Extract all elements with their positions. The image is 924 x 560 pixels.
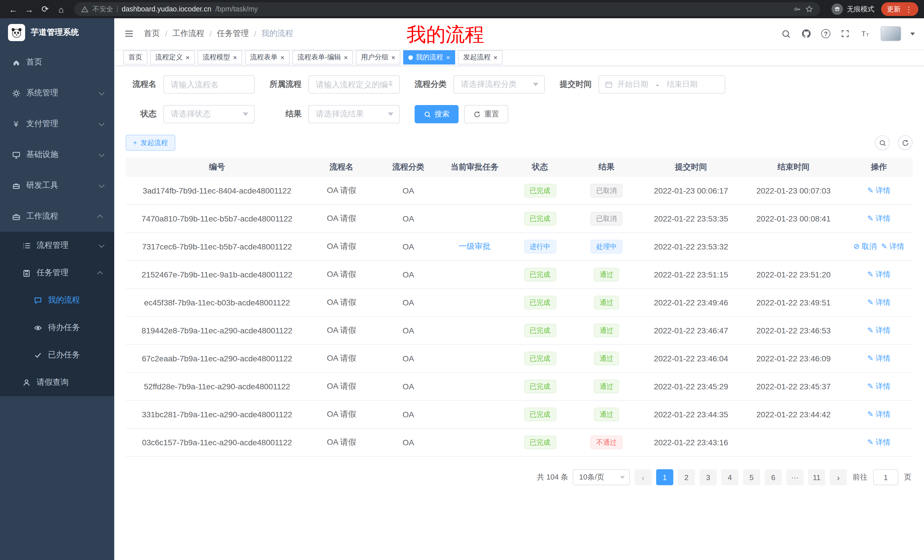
page-size-select[interactable]: 10条/页 (573, 469, 630, 485)
key-icon[interactable] (793, 5, 801, 13)
forward-icon[interactable]: → (22, 2, 36, 16)
sidebar-item-label: 系统管理 (26, 88, 58, 98)
help-icon[interactable]: ? (821, 29, 830, 38)
result-select[interactable]: 请选择流结果 (308, 105, 400, 123)
process-name-input[interactable] (164, 75, 255, 94)
detail-link[interactable]: ✎ 详情 (881, 242, 904, 251)
sidebar-item-label: 已办任务 (48, 350, 80, 360)
clipboard-icon (22, 268, 31, 277)
sidebar-item-done-tasks[interactable]: 已办任务 (0, 341, 114, 369)
cancel-link[interactable]: ⊘ 取消 (854, 242, 877, 251)
detail-link[interactable]: ✎ 详情 (867, 354, 890, 362)
start-process-button[interactable]: + 发起流程 (126, 135, 176, 151)
goto-page-input[interactable] (873, 469, 898, 485)
category-select[interactable]: 请选择流程分类 (453, 75, 545, 94)
cell-end-time: 2022-01-22 23:45:37 (742, 382, 845, 391)
search-icon[interactable] (780, 28, 792, 39)
update-button[interactable]: 更新 ⋮ (881, 2, 918, 16)
url-domain: dashboard.yudao.iocoder.cn (122, 5, 211, 13)
page-button-3[interactable]: 3 (700, 469, 717, 485)
sidebar-item-task-management[interactable]: 任务管理 (0, 259, 114, 287)
briefcase-icon (11, 212, 21, 221)
page-button-6[interactable]: 6 (765, 469, 782, 485)
tab-user-group[interactable]: 用户分组 × (356, 50, 400, 64)
github-icon[interactable] (801, 28, 812, 39)
detail-link[interactable]: ✎ 详情 (867, 438, 890, 446)
tab-start-process[interactable]: 发起流程 × (458, 50, 502, 64)
cell-id: 331bc281-7b9a-11ec-a290-acde48001122 (126, 410, 308, 419)
detail-link[interactable]: ✎ 详情 (867, 214, 890, 223)
page-button-11[interactable]: 11 (808, 469, 825, 485)
close-icon[interactable]: × (186, 54, 190, 61)
tab-my-process[interactable]: 我的流程 × (403, 50, 455, 64)
cell-submit-time: 2022-01-22 23:44:35 (640, 410, 742, 419)
detail-link[interactable]: ✎ 详情 (867, 326, 890, 334)
refresh-icon[interactable] (898, 135, 913, 150)
page-button-1[interactable]: 1 (656, 469, 673, 485)
address-bar[interactable]: 不安全 dashboard.yudao.iocoder.cn/bpm/task/… (74, 2, 820, 16)
page-button-5[interactable]: 5 (743, 469, 760, 485)
incognito-label: 无痕模式 (847, 4, 874, 14)
detail-link[interactable]: ✎ 详情 (867, 186, 890, 195)
close-icon[interactable]: × (344, 54, 348, 61)
close-icon[interactable]: × (280, 54, 284, 61)
font-size-icon[interactable]: TT (860, 28, 872, 39)
sidebar-item-my-process[interactable]: 我的流程 (0, 287, 114, 314)
cell-name: OA 请假 (308, 409, 375, 419)
status-select[interactable]: 请选择状态 (164, 105, 255, 123)
reset-button[interactable]: 重置 (464, 105, 508, 123)
avatar-caret-icon[interactable] (910, 33, 915, 38)
task-link[interactable]: 一级审批 (459, 241, 490, 251)
tab-process-form[interactable]: 流程表单 × (245, 50, 290, 64)
app-logo-row[interactable]: 芋道管理系统 (0, 18, 114, 47)
sidebar-item-infrastructure[interactable]: 基础设施 (0, 139, 114, 170)
tab-process-model[interactable]: 流程模型 × (198, 50, 242, 64)
reload-icon[interactable]: ⟳ (38, 2, 52, 16)
sidebar-item-devtools[interactable]: 研发工具 (0, 170, 114, 201)
cell-end-time: 2022-01-22 23:46:53 (742, 326, 845, 335)
sidebar-item-label: 流程管理 (36, 240, 69, 251)
page-button-4[interactable]: 4 (721, 469, 738, 485)
detail-link[interactable]: ✎ 详情 (867, 270, 890, 279)
process-id-input[interactable] (308, 75, 400, 94)
close-icon[interactable]: × (494, 54, 497, 61)
sidebar-item-home[interactable]: 首页 (0, 47, 114, 78)
close-icon[interactable]: × (446, 54, 450, 61)
sidebar-item-leave-query[interactable]: 请假查询 (0, 369, 114, 396)
start-process-label: 发起流程 (141, 138, 168, 148)
browser-menu-icon[interactable]: ⋮ (905, 5, 913, 13)
tab-home[interactable]: 首页 (123, 50, 147, 64)
cell-name: OA 请假 (308, 381, 375, 392)
tags-view: 首页 流程定义 × 流程模型 × 流程表单 × 流程表单-编辑 × (114, 49, 924, 66)
pagination: 共 104 条 10条/页 ‹ 1 2 3 4 5 6 ··· 11 › 前往 (126, 469, 913, 485)
detail-link[interactable]: ✎ 详情 (867, 410, 890, 418)
back-icon[interactable]: ← (6, 2, 21, 16)
sidebar-item-process-management[interactable]: 流程管理 (0, 232, 114, 259)
sidebar-item-todo-tasks[interactable]: 待办任务 (0, 314, 114, 341)
prev-page-button[interactable]: ‹ (634, 469, 652, 485)
page-button-2[interactable]: 2 (678, 469, 695, 485)
tab-process-form-edit[interactable]: 流程表单-编辑 × (292, 50, 353, 64)
toggle-search-icon[interactable] (875, 135, 890, 150)
close-icon[interactable]: × (233, 54, 237, 61)
search-button[interactable]: 搜索 (415, 105, 459, 123)
cell-status: 已完成 (507, 268, 573, 281)
fullscreen-icon[interactable] (840, 28, 851, 39)
sidebar-item-workflow[interactable]: 工作流程 (0, 201, 114, 232)
bookmark-star-icon[interactable] (805, 5, 813, 13)
breadcrumb-task-management[interactable]: 任务管理 (217, 28, 249, 39)
hamburger-icon[interactable] (123, 28, 135, 39)
avatar[interactable] (880, 26, 901, 41)
detail-link[interactable]: ✎ 详情 (867, 298, 890, 307)
home-icon[interactable]: ⌂ (54, 2, 69, 16)
close-icon[interactable]: × (391, 54, 395, 61)
breadcrumb-workflow[interactable]: 工作流程 (172, 28, 204, 39)
detail-link[interactable]: ✎ 详情 (867, 382, 890, 391)
sidebar-item-system[interactable]: 系统管理 (0, 78, 114, 108)
tab-process-definition[interactable]: 流程定义 × (150, 50, 195, 64)
sidebar-item-payment[interactable]: ¥ 支付管理 (0, 108, 114, 139)
date-range-picker[interactable]: 开始日期 - 结束日期 (598, 75, 725, 94)
page-ellipsis[interactable]: ··· (786, 469, 804, 485)
breadcrumb-home[interactable]: 首页 (144, 28, 160, 39)
next-page-button[interactable]: › (830, 469, 847, 485)
